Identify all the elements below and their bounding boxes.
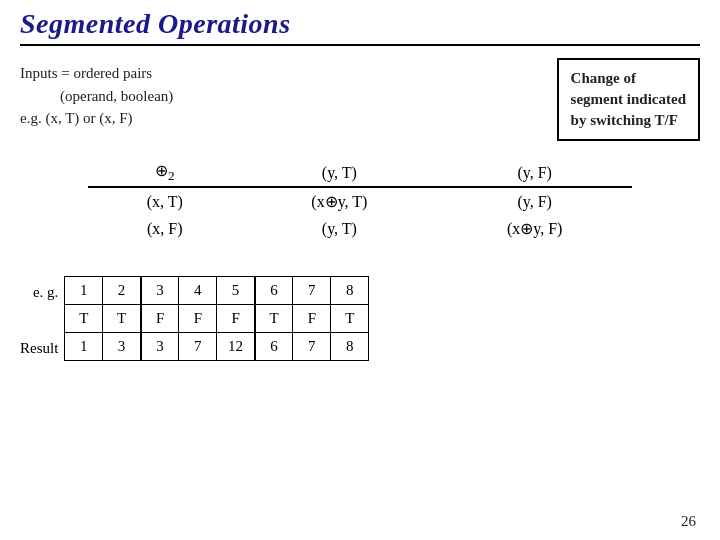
op-cell-0-1: (x⊕y, T) (241, 187, 437, 215)
top-section: Inputs = ordered pairs (operand, boolean… (20, 58, 700, 141)
eg-section: e. g. Result 1 2 3 4 5 6 7 8 T (20, 276, 700, 362)
num-8: 8 (331, 277, 369, 305)
change-box: Change of segment indicated by switching… (557, 58, 700, 141)
op-header-2: (y, F) (437, 159, 632, 187)
res-2: 3 (103, 333, 141, 361)
page-title: Segmented Operations (20, 8, 700, 40)
num-1: 1 (65, 277, 103, 305)
result-label: Result (20, 334, 58, 362)
op-cell-0-0: (x, T) (88, 187, 241, 215)
tf-6: T (255, 305, 293, 333)
num-4: 4 (179, 277, 217, 305)
data-row-tf: T T F F F T F T (65, 305, 369, 333)
op-header-1: (y, T) (241, 159, 437, 187)
op-cell-1-0: (x, F) (88, 215, 241, 242)
data-row-numbers: 1 2 3 4 5 6 7 8 (65, 277, 369, 305)
num-3: 3 (141, 277, 179, 305)
tf-1: T (65, 305, 103, 333)
res-7: 7 (293, 333, 331, 361)
inputs-line3: e.g. (x, T) or (x, F) (20, 107, 173, 130)
op-cell-1-1: (y, T) (241, 215, 437, 242)
tf-8: T (331, 305, 369, 333)
eg-label-blank (20, 306, 58, 334)
num-5: 5 (217, 277, 255, 305)
inputs-line2: (operand, boolean) (20, 85, 173, 108)
op-header-0: ⊕2 (88, 159, 241, 187)
tf-5: F (217, 305, 255, 333)
num-7: 7 (293, 277, 331, 305)
res-5: 12 (217, 333, 255, 361)
inputs-info: Inputs = ordered pairs (operand, boolean… (20, 62, 173, 130)
res-4: 7 (179, 333, 217, 361)
num-2: 2 (103, 277, 141, 305)
op-cell-1-2: (x⊕y, F) (437, 215, 632, 242)
tf-2: T (103, 305, 141, 333)
title-section: Segmented Operations (20, 8, 700, 46)
tf-4: F (179, 305, 217, 333)
inputs-line1: Inputs = ordered pairs (20, 62, 173, 85)
op-cell-0-2: (y, F) (437, 187, 632, 215)
op-row-0: (x, T) (x⊕y, T) (y, F) (88, 187, 632, 215)
eg-label: e. g. (20, 278, 58, 306)
res-1: 1 (65, 333, 103, 361)
num-6: 6 (255, 277, 293, 305)
tf-7: F (293, 305, 331, 333)
res-6: 6 (255, 333, 293, 361)
operation-table: ⊕2 (y, T) (y, F) (x, T) (x⊕y, T) (y, F) … (88, 159, 632, 242)
data-table: 1 2 3 4 5 6 7 8 T T F F F T F (64, 276, 369, 361)
op-table-container: ⊕2 (y, T) (y, F) (x, T) (x⊕y, T) (y, F) … (20, 159, 700, 260)
res-8: 8 (331, 333, 369, 361)
res-3: 3 (141, 333, 179, 361)
page: Segmented Operations Inputs = ordered pa… (0, 0, 720, 540)
page-number: 26 (681, 513, 696, 530)
data-row-result: 1 3 3 7 12 6 7 8 (65, 333, 369, 361)
tf-3: F (141, 305, 179, 333)
op-row-1: (x, F) (y, T) (x⊕y, F) (88, 215, 632, 242)
